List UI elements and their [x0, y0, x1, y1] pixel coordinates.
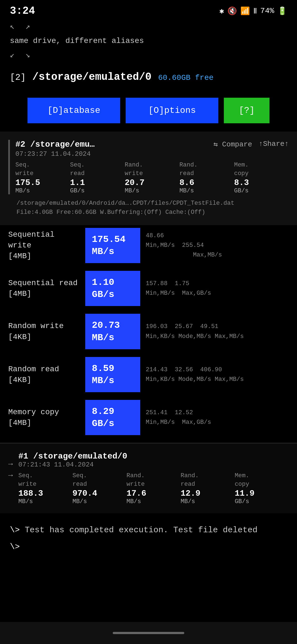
storage-section: [2] /storage/emulated/0 60.60GB free — [0, 61, 297, 89]
action-buttons: [D]atabase [O]ptions [?] — [0, 89, 297, 132]
bench-row-mem-copy: Memory copy[4MB] 8.29GB/s 251.41 12.52Mi… — [8, 400, 289, 435]
log-prompt-2: \> — [10, 542, 20, 552]
mute-icon: 🔇 — [227, 6, 237, 16]
stat-rand-write: Rand.write 20.7 MB/s — [125, 161, 180, 194]
file-details: File:4.0GB Free:60.6GB W.Buffering:(Off)… — [16, 208, 280, 217]
log-prompt-1: \> — [10, 525, 20, 535]
r1-stat-mem-copy: Mem.copy 11.9 GB/s — [235, 472, 289, 505]
benchmark-section: Sequential write[4MB] 175.54MB/s 48.66Mi… — [0, 225, 297, 435]
log-message: Test has completed execution. Test file … — [25, 525, 257, 535]
stat-seq-write: Seq.write 175.5 MB/s — [15, 161, 70, 194]
result-2-entry: #2 /storage/emu… ⇆ Compare ↑Share↑ 07:23… — [8, 140, 289, 194]
bench-value-mem-copy: 8.29GB/s — [85, 400, 140, 435]
bottom-home-indicator[interactable] — [113, 632, 184, 634]
log-section: \> Test has completed execution. Test fi… — [0, 513, 297, 567]
status-time: 3:24 — [10, 5, 35, 17]
bluetooth-icon: ✱ — [219, 6, 224, 16]
result-2-stats: Seq.write 175.5 MB/s Seq.read 1.1 GB/s R… — [15, 161, 289, 194]
bench-row-rand-read: Random read[4KB] 8.59MB/s 214.43 32.56 4… — [8, 357, 289, 392]
result-1-content: #1 /storage/emulated/0 07:21:43 11.04.20… — [18, 452, 289, 505]
result-1-stats: Seq.write 188.3 MB/s Seq.read 970.4 MB/s… — [18, 472, 289, 505]
bench-stats-mem-copy: 251.41 12.52Min,MB/s Max,GB/s — [146, 408, 289, 427]
result-2-actions: ⇆ Compare ↑Share↑ — [213, 140, 289, 149]
storage-path: /storage/emulated/0 — [32, 71, 152, 83]
result-2-date: 07:23:27 11.04.2024 — [15, 150, 289, 158]
result-1-date: 07:21:43 11.04.2024 — [18, 461, 289, 468]
result-2-content: #2 /storage/emu… ⇆ Compare ↑Share↑ 07:23… — [15, 140, 289, 194]
bench-row-seq-read: Sequential read[4MB] 1.10GB/s 157.88 1.7… — [8, 271, 289, 306]
result-2-title: #2 /storage/emu… — [15, 140, 95, 149]
bench-stats-seq-write: 48.66Min,MB/s 255.54 Max,MB/s — [146, 231, 289, 260]
result-1-section: → → #1 /storage/emulated/0 07:21:43 11.0… — [0, 443, 297, 513]
subtitle-text: same drive, different aliases — [0, 33, 297, 48]
bench-label-seq-write: Sequential write[4MB] — [8, 229, 80, 262]
database-button[interactable]: [D]atabase — [28, 98, 120, 123]
bench-row-rand-write: Random write[4KB] 20.73MB/s 196.03 25.67… — [8, 314, 289, 349]
arrow-topleft: ↖ — [10, 22, 15, 31]
file-info: /storage/emulated/0/Android/da….CPDT/fil… — [8, 199, 289, 217]
arrow-topright: ↗ — [26, 22, 30, 31]
stat-seq-read: Seq.read 1.1 GB/s — [70, 161, 125, 194]
battery-icon: 🔋 — [277, 6, 287, 16]
status-bar: 3:24 ✱ 🔇 📶 Ⅱ 74% 🔋 — [0, 0, 297, 20]
result-2-header: #2 /storage/emu… ⇆ Compare ↑Share↑ — [15, 140, 289, 149]
share-button[interactable]: ↑Share↑ — [259, 140, 289, 149]
bench-stats-seq-read: 157.88 1.75Min,MB/s Max,GB/s — [146, 279, 289, 298]
arrow-bottomright: ↘ — [26, 50, 30, 59]
status-icons: ✱ 🔇 📶 Ⅱ 74% 🔋 — [219, 6, 287, 16]
options-button[interactable]: [O]ptions — [126, 98, 218, 123]
battery-indicator: 74% — [260, 7, 274, 15]
help-button[interactable]: [?] — [224, 98, 270, 123]
r1-stat-rand-read: Rand.read 12.9 MB/s — [181, 472, 235, 505]
arrow-bottomleft: ↙ — [10, 50, 15, 59]
bench-value-seq-write: 175.54MB/s — [85, 228, 140, 263]
bench-label-rand-write: Random write[4KB] — [8, 321, 80, 342]
expand-arrows-top: ↖ ↗ — [0, 20, 297, 33]
log-line-1: \> Test has completed execution. Test fi… — [10, 523, 287, 537]
log-line-2: \> — [10, 540, 287, 554]
result-1-entry: → → #1 /storage/emulated/0 07:21:43 11.0… — [8, 452, 289, 505]
arrow-right-1: → — [8, 460, 13, 468]
storage-free: 60.60GB free — [158, 73, 214, 82]
compare-button[interactable]: ⇆ Compare — [213, 140, 252, 149]
arrow-right-2: → — [8, 471, 13, 480]
bench-value-rand-write: 20.73MB/s — [85, 314, 140, 349]
bottom-navigation-bar — [0, 622, 297, 644]
bench-value-seq-read: 1.10GB/s — [85, 271, 140, 306]
storage-index: [2] — [10, 72, 26, 83]
result-1-title: #1 /storage/emulated/0 — [18, 452, 289, 461]
stat-mem-copy: Mem.copy 8.3 GB/s — [234, 161, 289, 194]
bench-label-rand-read: Random read[4KB] — [8, 364, 80, 385]
file-path: /storage/emulated/0/Android/da….CPDT/fil… — [16, 199, 280, 208]
r1-stat-rand-write: Rand.write 17.6 MB/s — [127, 472, 181, 505]
r1-stat-seq-write: Seq.write 188.3 MB/s — [18, 472, 73, 505]
stat-rand-read: Rand.read 8.6 MB/s — [179, 161, 234, 194]
bench-label-seq-read: Sequential read[4MB] — [8, 278, 80, 299]
results-panel: #2 /storage/emu… ⇆ Compare ↑Share↑ 07:23… — [0, 132, 297, 225]
bench-value-rand-read: 8.59MB/s — [85, 357, 140, 392]
result-2-bar — [8, 140, 10, 194]
bench-stats-rand-read: 214.43 32.56 406.90Min,KB/s Mode,MB/s Ma… — [146, 365, 289, 384]
expand-arrows-bottom: ↙ ↘ — [0, 48, 297, 61]
bench-row-seq-write: Sequential write[4MB] 175.54MB/s 48.66Mi… — [8, 228, 289, 263]
bench-stats-rand-write: 196.03 25.67 49.51Min,KB/s Mode,MB/s Max… — [146, 322, 289, 341]
wifi-icon: 📶 — [240, 6, 250, 16]
r1-stat-seq-read: Seq.read 970.4 MB/s — [72, 472, 127, 505]
signal-icon: Ⅱ — [253, 6, 257, 16]
arrow-indicators: → → — [8, 452, 13, 505]
bench-label-mem-copy: Memory copy[4MB] — [8, 407, 80, 428]
